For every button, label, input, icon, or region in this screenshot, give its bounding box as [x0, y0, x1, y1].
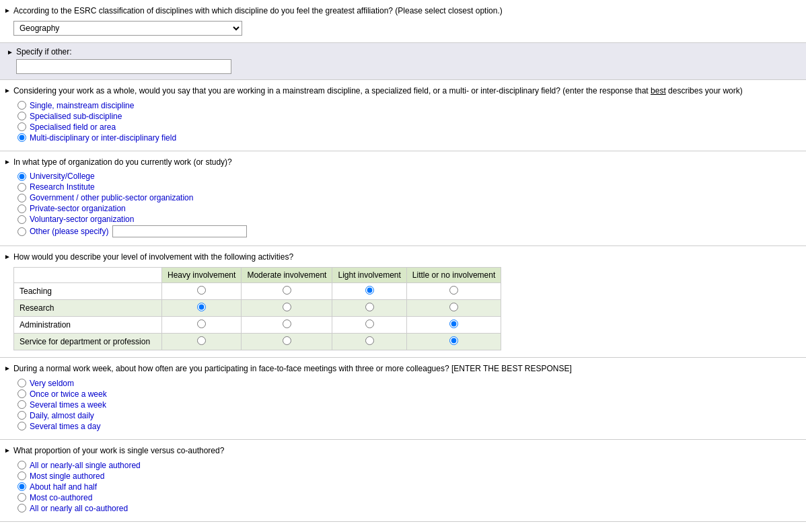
q6-radio-3[interactable] [17, 482, 26, 491]
q2-options: Single, mainstream discipline Specialise… [17, 101, 802, 143]
q6-label-5[interactable]: All or nearly all co-authored [30, 504, 128, 513]
q5-arrow: ► [4, 365, 11, 372]
service-moderate-radio[interactable] [283, 336, 291, 345]
q6-label-2[interactable]: Most single authored [30, 471, 104, 481]
q2-label-2[interactable]: Specialised sub-discipline [30, 112, 122, 121]
discipline-select[interactable]: Geography Economics Sociology Political … [13, 21, 242, 36]
q5-radio-1[interactable] [17, 379, 26, 387]
research-heavy[interactable] [162, 300, 242, 317]
research-heavy-radio[interactable] [197, 303, 206, 311]
involvement-col-moderate: Moderate involvement [242, 268, 332, 283]
research-light[interactable] [332, 300, 406, 317]
q6-label-1[interactable]: All or nearly-all single authored [30, 461, 141, 470]
teaching-little-radio[interactable] [449, 286, 458, 295]
q2-arrow: ► [4, 87, 11, 94]
research-moderate-radio[interactable] [283, 303, 291, 311]
teaching-light-radio[interactable] [365, 286, 374, 295]
teaching-light[interactable] [332, 283, 406, 300]
research-light-radio[interactable] [365, 303, 374, 311]
q2-section: ► Considering your work as a whole, woul… [0, 80, 806, 151]
specify-input[interactable] [16, 59, 231, 74]
teaching-moderate[interactable] [242, 283, 332, 300]
q2-radio-2[interactable] [17, 112, 26, 120]
q2-radio-1[interactable] [17, 101, 26, 110]
q5-option-2: Once or twice a week [17, 389, 802, 399]
admin-light-radio[interactable] [365, 319, 374, 328]
q2-radio-4[interactable] [17, 133, 26, 142]
service-little-radio[interactable] [449, 336, 458, 345]
q2-label-3[interactable]: Specialised field or area [30, 122, 116, 132]
q5-radio-2[interactable] [17, 389, 26, 398]
admin-little[interactable] [406, 317, 501, 334]
admin-light[interactable] [332, 317, 406, 334]
q3-radio-3[interactable] [17, 194, 26, 202]
admin-little-radio[interactable] [449, 319, 458, 328]
service-little[interactable] [406, 334, 501, 350]
table-row-service: Service for department or profession [14, 334, 501, 350]
service-heavy[interactable] [162, 334, 242, 350]
q4-question: How would you describe your level of inv… [13, 252, 293, 263]
q4-arrow: ► [4, 253, 11, 260]
q6-option-3: About half and half [17, 482, 802, 492]
teaching-moderate-radio[interactable] [283, 286, 291, 295]
service-heavy-radio[interactable] [197, 336, 206, 345]
service-label: Service for department or profession [14, 334, 162, 350]
admin-heavy[interactable] [162, 317, 242, 334]
admin-heavy-radio[interactable] [197, 319, 206, 328]
q6-arrow: ► [4, 447, 11, 454]
research-little[interactable] [406, 300, 501, 317]
q6-option-1: All or nearly-all single authored [17, 461, 802, 470]
service-light[interactable] [332, 334, 406, 350]
q2-label-4[interactable]: Multi-disciplinary or inter-disciplinary… [30, 133, 176, 143]
q5-label-2[interactable]: Once or twice a week [30, 389, 107, 399]
q5-question: During a normal work week, about how oft… [13, 363, 572, 375]
q5-label-4[interactable]: Daily, almost daily [30, 411, 94, 420]
q6-radio-5[interactable] [17, 504, 26, 512]
table-row-admin: Administration [14, 317, 501, 334]
q6-radio-2[interactable] [17, 471, 26, 480]
q5-label-5[interactable]: Several times a day [30, 422, 100, 431]
q3-radio-6[interactable] [17, 227, 26, 236]
q5-radio-4[interactable] [17, 411, 26, 420]
service-light-radio[interactable] [365, 336, 374, 345]
q3-radio-5[interactable] [17, 215, 26, 224]
q6-label-4[interactable]: Most co-authored [30, 493, 92, 502]
q3-other-input[interactable] [112, 225, 247, 237]
q5-label-1[interactable]: Very seldom [30, 379, 74, 388]
q3-option-6: Other (please specify) [17, 225, 802, 237]
q3-option-4: Private-sector organization [17, 204, 802, 213]
research-moderate[interactable] [242, 300, 332, 317]
q3-option-2: Research Institute [17, 182, 802, 192]
q3-label-2[interactable]: Research Institute [30, 182, 95, 192]
q1-section: ► According to the ESRC classification o… [0, 0, 806, 43]
q5-radio-3[interactable] [17, 400, 26, 409]
research-label: Research [14, 300, 162, 317]
admin-moderate[interactable] [242, 317, 332, 334]
q5-label-3[interactable]: Several times a week [30, 400, 106, 410]
teaching-little[interactable] [406, 283, 501, 300]
q6-label-3[interactable]: About half and half [30, 482, 97, 492]
q6-radio-4[interactable] [17, 493, 26, 502]
q2-radio-3[interactable] [17, 122, 26, 131]
q3-options: University/College Research Institute Go… [17, 172, 802, 237]
q3-label-6[interactable]: Other (please specify) [30, 227, 108, 236]
admin-moderate-radio[interactable] [283, 319, 291, 328]
table-row-teaching: Teaching [14, 283, 501, 300]
teaching-label: Teaching [14, 283, 162, 300]
q3-radio-2[interactable] [17, 183, 26, 192]
q3-label-1[interactable]: University/College [30, 172, 95, 181]
teaching-heavy[interactable] [162, 283, 242, 300]
teaching-heavy-radio[interactable] [197, 286, 206, 295]
service-moderate[interactable] [242, 334, 332, 350]
q3-radio-4[interactable] [17, 204, 26, 213]
q3-option-1: University/College [17, 172, 802, 181]
q2-label-1[interactable]: Single, mainstream discipline [30, 101, 134, 110]
q3-label-3[interactable]: Government / other public-sector organiz… [30, 193, 193, 202]
research-little-radio[interactable] [449, 303, 458, 311]
q3-label-5[interactable]: Voluntary-sector organization [30, 215, 134, 224]
q3-label-4[interactable]: Private-sector organization [30, 204, 126, 213]
q3-radio-1[interactable] [17, 172, 26, 181]
q5-option-1: Very seldom [17, 379, 802, 388]
q5-radio-5[interactable] [17, 422, 26, 430]
q6-radio-1[interactable] [17, 461, 26, 469]
